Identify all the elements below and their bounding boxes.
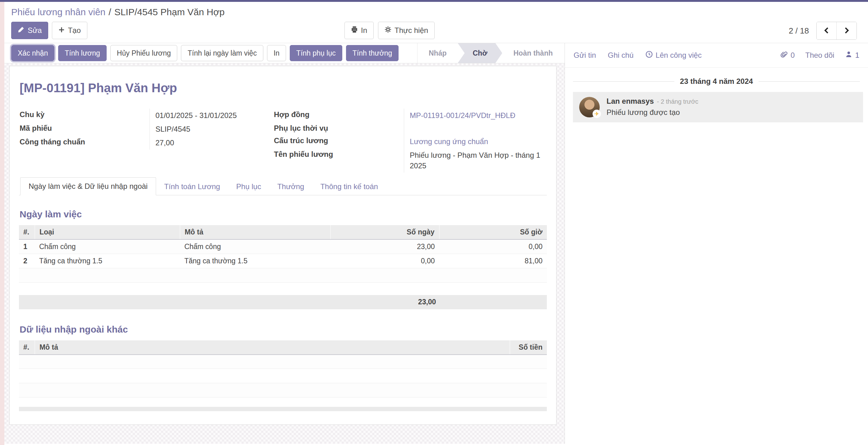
row-description: Tăng ca thường 1.5 — [180, 254, 331, 268]
field-value-contract-link[interactable]: MP-01191-001/24/PVDtr_HĐLĐ — [404, 109, 547, 122]
message-timestamp: - 2 tháng trước — [657, 98, 698, 105]
field-row: Hợp đồng MP-01191-001/24/PVDtr_HĐLĐ — [273, 109, 547, 122]
tab-appendix[interactable]: Phụ lục — [228, 178, 269, 195]
schedule-activity-label: Lên công việc — [656, 51, 702, 60]
statusbar-step-done[interactable]: Hoàn thành — [502, 43, 564, 63]
follow-button[interactable]: Theo dõi — [805, 51, 834, 60]
column-header-description[interactable]: Mô tả — [35, 340, 510, 355]
table-row[interactable]: 1 Chấm công Chấm công 23,00 0,00 — [19, 239, 547, 254]
attachments-count: 0 — [790, 51, 795, 60]
column-header-description[interactable]: Mô tả — [180, 225, 331, 239]
compute-salary-button[interactable]: Tính lương — [58, 45, 106, 61]
pager-previous-button[interactable] — [817, 22, 837, 39]
table-row[interactable]: 2 Tăng ca thường 1.5 Tăng ca thường 1.5 … — [19, 254, 547, 268]
date-divider: 23 tháng 4 năm 2024 — [573, 77, 860, 86]
field-label-period: Chu kỳ — [19, 109, 150, 122]
action-button[interactable]: Thực hiện — [378, 22, 435, 39]
field-row: Cấu trúc lương Lương cung ứng chuẩn — [273, 135, 547, 148]
statusbar-step-waiting[interactable]: Chờ — [458, 43, 502, 63]
plane-icon: ✈ — [593, 110, 601, 118]
row-description: Chấm công — [180, 239, 331, 254]
field-row: Chu kỳ 01/01/2025 - 31/01/2025 — [19, 109, 268, 122]
message-item[interactable]: ✈ Lan enmasys - 2 tháng trước Phiếu lươn… — [573, 92, 863, 122]
other-inputs-table: #. Mô tả Số tiền — [19, 340, 547, 398]
confirm-button[interactable]: Xác nhận — [11, 45, 54, 61]
column-header-index[interactable]: #. — [19, 340, 35, 355]
field-label-slip-code: Mã phiếu — [19, 122, 150, 136]
field-row: Công tháng chuẩn 27,00 — [19, 136, 268, 150]
chatter-pane: Gửi tin Ghi chú Lên công việc 0 Theo dõi — [565, 43, 868, 444]
worked-days-total-bar: 23,00 — [19, 295, 547, 309]
clock-icon — [645, 50, 653, 60]
sheet-background: [MP-01191] Phạm Văn Hợp Chu kỳ 01/01/202… — [0, 63, 565, 444]
tab-worked-days[interactable]: Ngày làm việc & Dữ liệu nhập ngoài — [20, 177, 156, 195]
field-label-salary-structure: Cấu trúc lương — [273, 135, 404, 148]
person-icon — [845, 50, 852, 60]
other-inputs-heading: Dữ liệu nhập ngoài khác — [20, 324, 547, 335]
create-button-label: Tạo — [68, 26, 81, 35]
row-index: 2 — [19, 254, 35, 268]
field-value-slip-code: SLIP/4545 — [150, 122, 268, 136]
field-value-seasonal-appendix — [404, 122, 547, 135]
header-actions-row: Sửa Tạo In Thực hiện 2 / 18 — [11, 22, 857, 39]
statusbar-step-draft[interactable]: Nháp — [417, 43, 458, 63]
column-header-days[interactable]: Số ngày — [331, 225, 439, 239]
row-type: Tăng ca thường 1.5 — [35, 254, 180, 268]
header: Phiếu lương nhân viên/SLIP/4545 Phạm Văn… — [0, 2, 868, 43]
cancel-payslip-button[interactable]: Hủy Phiếu lương — [111, 45, 178, 61]
form-pane: Xác nhận Tính lương Hủy Phiếu lương Tính… — [0, 43, 565, 444]
recompute-worked-days-button[interactable]: Tính lại ngày làm việc — [181, 45, 263, 61]
schedule-activity-button[interactable]: Lên công việc — [645, 50, 702, 60]
column-header-amount[interactable]: Số tiền — [510, 340, 547, 355]
send-message-button[interactable]: Gửi tin — [574, 51, 596, 60]
gear-icon — [384, 26, 392, 35]
table-empty-row — [19, 355, 547, 369]
compute-appendix-button[interactable]: Tính phụ lục — [290, 45, 342, 61]
statusbar: Nháp Chờ Hoàn thành — [417, 43, 564, 63]
compute-bonus-button[interactable]: Tính thưởng — [346, 45, 399, 61]
record-title: [MP-01191] Phạm Văn Hợp — [20, 81, 547, 95]
table-empty-row — [19, 369, 547, 383]
print-button[interactable]: In — [344, 22, 374, 39]
table-empty-row — [19, 383, 547, 398]
notebook-tabs: Ngày làm việc & Dữ liệu nhập ngoài Tính … — [19, 177, 547, 195]
column-header-hours[interactable]: Số giờ — [439, 225, 547, 239]
pencil-icon — [18, 26, 25, 35]
payslip-sheet: [MP-01191] Phạm Văn Hợp Chu kỳ 01/01/202… — [9, 66, 557, 425]
message-body: Phiếu lương được tạo — [607, 108, 698, 117]
message-author[interactable]: Lan enmasys — [607, 97, 654, 106]
column-header-index[interactable]: #. — [19, 225, 35, 239]
create-button[interactable]: Tạo — [52, 22, 87, 39]
field-value-salary-structure-link[interactable]: Lương cung ứng chuẩn — [404, 135, 547, 148]
pager: 2 / 18 — [789, 22, 857, 40]
paperclip-icon — [780, 50, 788, 60]
worked-days-total: 23,00 — [418, 298, 436, 306]
pager-next-button[interactable] — [837, 22, 857, 39]
other-inputs-total-bar — [19, 407, 547, 411]
field-row: Tên phiếu lương Phiếu lương - Phạm Văn H… — [273, 148, 547, 173]
row-type: Chấm công — [35, 239, 180, 254]
edit-button[interactable]: Sửa — [11, 22, 48, 39]
field-label-seasonal-appendix: Phụ lục thời vụ — [273, 122, 404, 135]
edit-button-label: Sửa — [28, 26, 42, 35]
row-hours: 0,00 — [439, 239, 547, 254]
attachments-button[interactable]: 0 — [780, 50, 795, 60]
followers-button[interactable]: 1 — [845, 50, 859, 60]
breadcrumb-parent-link[interactable]: Phiếu lương nhân viên — [11, 7, 105, 17]
field-label-contract: Hợp đồng — [273, 109, 404, 122]
worked-days-heading: Ngày làm việc — [20, 209, 547, 219]
tab-bonus[interactable]: Thưởng — [269, 178, 312, 195]
printer-icon — [351, 26, 358, 35]
log-note-button[interactable]: Ghi chú — [608, 51, 633, 60]
field-row: Phụ lục thời vụ — [273, 122, 547, 135]
print-button-label: In — [361, 26, 367, 35]
breadcrumb-separator: / — [108, 7, 111, 17]
message-thread: 23 tháng 4 năm 2024 ✈ Lan enmasys - 2 th… — [565, 77, 868, 122]
action-button-label: Thực hiện — [395, 26, 428, 35]
tab-salary-computation[interactable]: Tính toán Lương — [156, 178, 228, 195]
print-slip-button[interactable]: In — [267, 45, 286, 61]
tab-accounting-info[interactable]: Thông tin kế toán — [312, 178, 386, 195]
field-row: Mã phiếu SLIP/4545 — [19, 122, 268, 136]
column-header-type[interactable]: Loại — [35, 225, 180, 239]
breadcrumb: Phiếu lương nhân viên/SLIP/4545 Phạm Văn… — [11, 7, 857, 18]
